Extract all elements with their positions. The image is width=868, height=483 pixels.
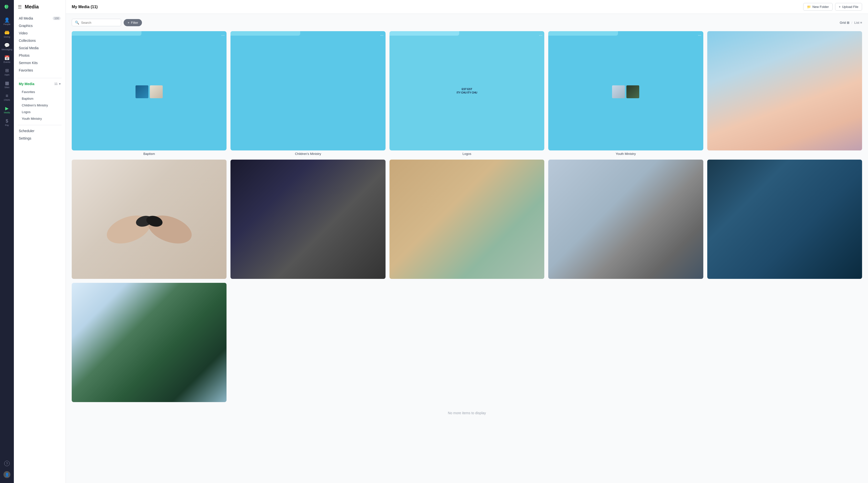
- folder-more-icon[interactable]: ···: [698, 33, 701, 38]
- main-content: My Media (11) 📁 New Folder + Upload File…: [66, 0, 868, 483]
- subnav-favorites[interactable]: Favorites: [14, 89, 65, 95]
- divider-1: [18, 78, 62, 78]
- collections-label: Collections: [19, 39, 36, 42]
- social-media-link[interactable]: Social Media: [14, 44, 65, 52]
- folder-visual-childrens: ···: [230, 31, 385, 150]
- top-bar-actions: 📁 New Folder + Upload File: [803, 3, 862, 11]
- sermon-kits-label: Sermon Kits: [19, 61, 38, 65]
- icon-sidebar: 👤 People 🤲 Giving 💬 Messaging 📅 Events ⊞…: [0, 0, 14, 483]
- search-input[interactable]: [81, 21, 118, 25]
- my-media-count: 11: [54, 82, 58, 86]
- user-avatar[interactable]: 👤: [2, 469, 11, 480]
- settings-link[interactable]: Settings: [14, 134, 65, 142]
- folder-baptism[interactable]: ··· Baptism: [72, 31, 226, 156]
- favorites-link[interactable]: Favorites: [14, 66, 65, 74]
- all-media-link[interactable]: All Media 100: [14, 14, 65, 22]
- toolbar-right: Grid ⊞ / List ≡: [840, 21, 862, 25]
- photo-ocean-card[interactable]: [707, 160, 862, 279]
- folder-label-logos: Logos: [462, 152, 471, 156]
- folder-label-youth: Youth Ministry: [616, 152, 636, 156]
- folder-label-baptism: Baptism: [144, 152, 155, 156]
- pay-icon: $: [6, 119, 8, 123]
- new-folder-button[interactable]: 📁 New Folder: [803, 3, 832, 11]
- social-media-label: Social Media: [19, 46, 38, 50]
- app-title: Media: [25, 4, 39, 10]
- main-nav-section: All Media 100 Graphics Video Collections…: [14, 12, 65, 76]
- all-media-count: 100: [53, 17, 61, 20]
- photo-hands-card[interactable]: [72, 160, 226, 279]
- toolbar-left: 🔍 + Filter: [72, 19, 142, 26]
- upload-file-button[interactable]: + Upload File: [835, 3, 862, 11]
- sermon-kits-link[interactable]: Sermon Kits: [14, 59, 65, 66]
- subnav-logos[interactable]: Logos: [14, 109, 65, 115]
- panel-header: ☰ Media: [14, 4, 65, 12]
- photo-forest-card[interactable]: [72, 283, 226, 402]
- content-area: 🔍 + Filter Grid ⊞ / List ≡: [66, 14, 868, 483]
- apps-icon: ⊞: [5, 68, 9, 73]
- sites-icon: ▦: [5, 81, 9, 85]
- my-media-subnav: Favorites Baptism Children's Ministry Lo…: [14, 88, 65, 123]
- folder-visual-youth: ···: [548, 31, 703, 150]
- search-icon: 🔍: [75, 21, 79, 25]
- page-title: My Media (11): [72, 5, 98, 9]
- video-label: Video: [19, 31, 28, 35]
- graphics-label: Graphics: [19, 24, 33, 28]
- folder-more-icon[interactable]: ···: [380, 33, 383, 38]
- grid-view-button[interactable]: Grid ⊞: [840, 21, 849, 25]
- video-link[interactable]: Video: [14, 29, 65, 37]
- sidebar-item-media[interactable]: ▶ Media: [0, 104, 14, 116]
- folder-logos[interactable]: EST ESTITY CHU ITY CHU ··· Logos: [390, 31, 544, 156]
- favorites-label: Favorites: [19, 68, 33, 72]
- media-grid: ··· Baptism ··· Children's Ministry: [72, 31, 862, 420]
- sidebar-item-giving[interactable]: 🤲 Giving: [0, 28, 14, 40]
- sidebar-item-messaging[interactable]: 💬 Messaging: [0, 41, 14, 53]
- filter-button[interactable]: + Filter: [124, 19, 142, 26]
- folder-more-icon[interactable]: ···: [539, 33, 542, 38]
- avatar-icon: 👤: [3, 471, 10, 478]
- settings-label: Settings: [19, 136, 31, 140]
- subnav-childrens-ministry[interactable]: Children's Ministry: [14, 102, 65, 109]
- scheduler-link[interactable]: Scheduler: [14, 127, 65, 134]
- people-icon: 👤: [4, 18, 10, 22]
- folder-more-icon[interactable]: ···: [221, 33, 224, 38]
- collections-link[interactable]: Collections: [14, 37, 65, 44]
- sidebar-bottom: ? 👤: [2, 459, 11, 483]
- media-icon: ▶: [5, 106, 9, 111]
- folder-visual-logos: EST ESTITY CHU ITY CHU ···: [390, 31, 544, 150]
- grid-icon: ⊞: [847, 21, 849, 25]
- graphics-link[interactable]: Graphics: [14, 22, 65, 29]
- hamburger-menu[interactable]: ☰: [18, 4, 22, 10]
- subnav-baptism[interactable]: Baptism: [14, 95, 65, 102]
- sidebar-item-apps[interactable]: ⊞ Apps: [0, 66, 14, 78]
- photo-moon-card[interactable]: [230, 160, 385, 279]
- plus-icon: +: [128, 21, 130, 25]
- sidebar-item-people[interactable]: 👤 People: [0, 16, 14, 27]
- photo-church-card[interactable]: [707, 31, 862, 150]
- upload-icon: +: [839, 5, 841, 9]
- scheduler-label: Scheduler: [19, 129, 34, 133]
- folder-icon: 📁: [807, 5, 811, 9]
- list-view-button[interactable]: List ≡: [855, 21, 862, 25]
- my-media-header[interactable]: My Media 11 ▾: [14, 80, 65, 88]
- events-icon: 📅: [4, 56, 10, 60]
- photo-office-card[interactable]: [390, 160, 544, 279]
- sidebar-item-sites[interactable]: ▦ Sites: [0, 79, 14, 91]
- all-media-label: All Media: [19, 16, 33, 20]
- giving-icon: 🤲: [4, 30, 10, 35]
- chms-icon: ≡: [6, 93, 8, 98]
- sidebar-item-pay[interactable]: $ Pay: [0, 117, 14, 128]
- subnav-youth-ministry[interactable]: Youth Ministry: [14, 115, 65, 122]
- photos-link[interactable]: Photos: [14, 52, 65, 59]
- folder-label-childrens: Children's Ministry: [295, 152, 321, 156]
- app-logo[interactable]: [2, 3, 11, 12]
- sidebar-item-events[interactable]: 📅 Events: [0, 54, 14, 65]
- help-button[interactable]: ?: [2, 459, 11, 468]
- search-box: 🔍: [72, 19, 121, 26]
- folder-youth-ministry[interactable]: ··· Youth Ministry: [548, 31, 703, 156]
- help-icon: ?: [4, 461, 10, 466]
- folder-childrens-ministry[interactable]: ··· Children's Ministry: [230, 31, 385, 156]
- sidebar-item-chms[interactable]: ≡ ChMS: [0, 92, 14, 103]
- folder-visual-baptism: ···: [72, 31, 226, 150]
- photo-dark-church-card[interactable]: [548, 160, 703, 279]
- no-more-text: No more items to display: [72, 406, 862, 420]
